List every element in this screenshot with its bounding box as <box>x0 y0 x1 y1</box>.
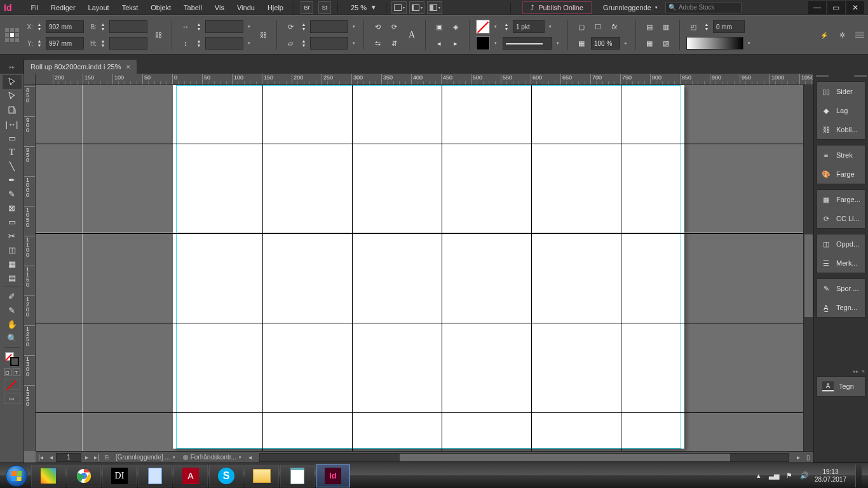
fx-icon[interactable]: fx <box>607 20 621 34</box>
chevron-down-icon[interactable]: ▾ <box>746 41 752 46</box>
select-next-icon[interactable]: ▸ <box>449 36 463 50</box>
horizontal-scroll-thumb[interactable] <box>400 454 730 461</box>
rotate-ccw-icon[interactable]: ⟲ <box>370 20 384 34</box>
first-page-button[interactable]: |◂ <box>36 452 46 463</box>
panel-pages[interactable]: ▯▯Sider <box>817 82 865 101</box>
taskbar-skype-button[interactable]: S <box>209 464 243 487</box>
horizontal-scrollbar[interactable] <box>259 453 789 462</box>
panel-cc-libraries[interactable]: ⟳CC Li... <box>817 209 865 228</box>
y-input[interactable]: 997 mm <box>46 37 84 50</box>
chevron-down-icon[interactable]: ▾ <box>246 41 252 46</box>
rot-stepper[interactable]: ▲▼ <box>300 20 308 34</box>
panel-links[interactable]: ⛓Kobli... <box>817 120 865 139</box>
pen-tool[interactable]: ✒ <box>3 173 22 187</box>
corner-icon[interactable]: ◰ <box>686 20 700 34</box>
page[interactable] <box>173 85 684 449</box>
sx-stepper[interactable]: ▲▼ <box>195 20 203 34</box>
taskbar-notepad-button[interactable] <box>280 464 315 487</box>
flip-h-icon[interactable]: ⇋ <box>370 36 384 50</box>
panel-object-styles[interactable]: ◫Oppd... <box>817 234 865 254</box>
rectangle-frame-tool[interactable]: ⊠ <box>3 201 22 215</box>
arrange-docs-button[interactable]: ▾ <box>427 1 442 14</box>
control-settings-icon[interactable]: ✲ <box>835 28 849 42</box>
minimize-button[interactable]: — <box>808 1 826 14</box>
dock-resize-handle[interactable] <box>814 74 868 79</box>
shear-input[interactable] <box>310 37 348 50</box>
stock-icon[interactable]: St <box>318 1 331 14</box>
menu-text[interactable]: Tekst <box>116 1 145 14</box>
vertical-scroll-thumb[interactable] <box>804 234 813 317</box>
panel-collapse-toggle[interactable]: ▸▸ <box>0 60 24 74</box>
taskbar-explorer-button[interactable] <box>245 464 279 487</box>
zoom-tool[interactable]: 🔍 <box>3 331 22 345</box>
quick-apply-icon[interactable]: ⚡ <box>817 28 831 42</box>
apply-none-button[interactable] <box>4 379 20 390</box>
taskbar-app-button[interactable] <box>31 464 65 487</box>
sy-stepper[interactable]: ▲▼ <box>195 36 203 50</box>
control-menu-icon[interactable] <box>855 30 864 39</box>
zoom-combo[interactable]: 25 % ▾ <box>348 3 376 11</box>
split-window-icon[interactable]: ▯ <box>803 452 813 463</box>
chevron-down-icon[interactable]: ▾ <box>547 24 553 29</box>
chevron-down-icon[interactable]: ▾ <box>351 41 357 46</box>
view-options-button[interactable]: ▾ <box>391 1 407 14</box>
next-page-button[interactable]: ▸ <box>81 452 92 463</box>
tray-clock[interactable]: 19:13 28.07.2017 <box>815 468 846 484</box>
hand-tool[interactable]: ✋ <box>3 317 22 331</box>
stroke-proxy[interactable] <box>10 357 19 366</box>
ruler-origin[interactable] <box>24 74 36 85</box>
document-canvas[interactable]: 2001501005005010015020025030035040045050… <box>24 74 813 463</box>
panel-layers[interactable]: ◆Lag <box>817 101 865 120</box>
horizontal-ruler[interactable]: 2001501005005010015020025030035040045050… <box>36 74 813 85</box>
menu-layout[interactable]: Layout <box>82 1 116 14</box>
corner-stepper[interactable]: ▲▼ <box>703 20 710 34</box>
menu-table[interactable]: Tabell <box>177 1 208 14</box>
free-transform-tool[interactable]: ◫ <box>3 243 22 257</box>
character-panel-collapsed[interactable]: A Tegn <box>817 376 865 396</box>
type-tool[interactable]: T <box>3 145 22 159</box>
w-stepper[interactable]: ▲▼ <box>99 20 107 34</box>
panel-track-changes[interactable]: ✎Spor ... <box>817 279 865 298</box>
taskbar-di-button[interactable]: DI <box>102 464 137 487</box>
taskbar-acrobat-button[interactable]: A <box>173 464 208 487</box>
selection-tool[interactable] <box>3 75 22 89</box>
fill-stroke-proxy[interactable] <box>5 352 19 366</box>
constrain-scale-icon[interactable]: ⛓ <box>256 28 270 42</box>
taskbar-indesign-button[interactable]: Id <box>316 464 350 487</box>
panel-swatches[interactable]: ▦Farge... <box>817 190 865 209</box>
gradient-swatch-tool[interactable]: ▦ <box>3 257 22 271</box>
corner-input[interactable]: 0 mm <box>713 20 745 33</box>
vertical-scrollbar[interactable] <box>803 85 813 451</box>
show-desktop-button[interactable] <box>855 464 862 487</box>
menu-view[interactable]: Vis <box>208 1 231 14</box>
h-stepper[interactable]: ▲▼ <box>99 36 107 50</box>
chevron-down-icon[interactable]: ▾ <box>246 24 252 29</box>
chevron-down-icon[interactable]: ▾ <box>351 24 357 29</box>
line-tool[interactable]: ╲ <box>3 159 22 173</box>
panel-tags[interactable]: ☰Merk... <box>817 254 865 273</box>
character-icon[interactable]: A <box>405 28 419 42</box>
constrain-proportions-icon[interactable]: ⛓ <box>151 28 165 42</box>
scale-y-input[interactable] <box>205 37 243 50</box>
rotate-cw-icon[interactable]: ⟳ <box>387 20 401 34</box>
select-container-icon[interactable]: ▣ <box>432 20 446 34</box>
rectangle-tool[interactable]: ▭ <box>3 215 22 229</box>
flip-v-icon[interactable]: ⇵ <box>387 36 401 50</box>
tray-volume-icon[interactable]: 🔊 <box>799 471 810 481</box>
wrap-shape-icon[interactable]: ▦ <box>642 36 656 50</box>
format-text-icon[interactable]: T <box>13 369 20 376</box>
page-tool[interactable] <box>3 103 22 117</box>
pasteboard[interactable] <box>36 85 813 451</box>
feather-icon[interactable]: ☐ <box>591 20 605 34</box>
taskbar-calc-button[interactable] <box>138 464 172 487</box>
start-button[interactable] <box>3 464 31 487</box>
opacity-input[interactable]: 100 % <box>591 37 620 50</box>
select-prev-icon[interactable]: ◂ <box>432 36 446 50</box>
page-number-field[interactable]: 1 <box>56 453 81 462</box>
prev-page-button[interactable]: ◂ <box>46 452 56 463</box>
menu-window[interactable]: Vindu <box>231 1 261 14</box>
tray-action-center-icon[interactable]: ⚑ <box>784 471 794 481</box>
x-stepper[interactable]: ▲▼ <box>36 20 43 34</box>
wrap-none-icon[interactable]: ▤ <box>642 20 656 34</box>
stroke-style-combo[interactable] <box>503 37 552 50</box>
